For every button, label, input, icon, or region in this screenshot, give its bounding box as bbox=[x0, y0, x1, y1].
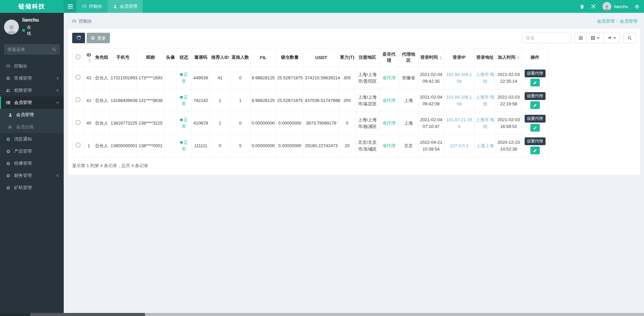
export-dropdown-button[interactable] bbox=[603, 33, 620, 43]
pagination-info: 显示第 1 到第 4 条记录，总共 4 条记录 bbox=[72, 163, 636, 169]
cell-action: 设置代理 bbox=[522, 67, 549, 89]
cell-check bbox=[72, 135, 84, 157]
table-search-input[interactable] bbox=[522, 33, 571, 43]
select-all-checkbox[interactable] bbox=[76, 55, 80, 59]
gear-icon[interactable]: ⚙ bbox=[635, 4, 639, 9]
set-agent-button[interactable]: 设置代理 bbox=[525, 137, 546, 145]
set-agent-button[interactable]: 设置代理 bbox=[525, 70, 546, 77]
search-button[interactable] bbox=[623, 33, 636, 43]
cell-fil: 0.00000000 bbox=[251, 135, 276, 157]
login_ip-link[interactable]: 101.87.21.194 bbox=[446, 117, 472, 129]
col-header-login_time[interactable]: 登录时间 bbox=[418, 48, 444, 67]
sidebar-item-miner[interactable]: 矿机管理 bbox=[0, 182, 64, 194]
cell-join_time: 2021-02-03 22:35:14 bbox=[496, 67, 522, 89]
edit-button[interactable] bbox=[530, 124, 540, 132]
breadcrumb: 控制台 会员管理/会员管理 bbox=[64, 13, 644, 29]
users-icon bbox=[5, 88, 11, 93]
pencil-icon bbox=[530, 81, 540, 85]
users-icon bbox=[7, 125, 13, 129]
topnav-tab-label: 会员管理 bbox=[120, 3, 137, 9]
col-header-fil: FIL bbox=[251, 48, 276, 67]
login_addr-link[interactable]: 上海市 电信 bbox=[476, 72, 495, 84]
list-icon bbox=[5, 100, 11, 105]
sidebar-search-input[interactable] bbox=[4, 44, 49, 55]
user-menu[interactable]: lianchu bbox=[603, 2, 628, 11]
cell-status: 正常 bbox=[176, 89, 192, 112]
edit-button[interactable] bbox=[530, 147, 540, 154]
cell-nick: 138****3225 bbox=[137, 112, 165, 135]
cell-direct: 0 bbox=[230, 112, 251, 135]
refresh-button[interactable] bbox=[72, 33, 85, 43]
sidebar-item-members[interactable]: 会员管理 bbox=[0, 97, 64, 109]
cell-action: 设置代理 bbox=[522, 89, 549, 112]
breadcrumb-current-link[interactable]: 会员管理 bbox=[620, 19, 637, 24]
search-icon bbox=[627, 36, 632, 40]
sidebar-item-dashboard[interactable]: 控制台 bbox=[0, 60, 64, 72]
edit-button[interactable] bbox=[530, 79, 540, 86]
dashboard-icon bbox=[72, 19, 77, 24]
sidebar-subitem-member-group[interactable]: 会员分组 bbox=[0, 121, 64, 133]
cell-reg_area: 北京/北京市/东城区 bbox=[356, 135, 379, 157]
col-header-avatar: 头像 bbox=[165, 48, 176, 67]
cell-login_time: 2021-02-04 09:42:35 bbox=[418, 67, 444, 89]
topnav-tab-members[interactable]: 会员管理 bbox=[108, 0, 143, 13]
sidebar-item-notice[interactable]: 消息通知 bbox=[0, 133, 64, 145]
dashboard-icon bbox=[82, 4, 87, 9]
login_addr-link[interactable]: 上海上海 bbox=[476, 143, 494, 148]
edit-button[interactable] bbox=[530, 101, 540, 109]
col-header-role: 角色组 bbox=[94, 48, 110, 67]
row-checkbox[interactable] bbox=[76, 75, 80, 79]
col-header-phone: 手机号 bbox=[110, 48, 137, 67]
fullscreen-icon[interactable] bbox=[591, 4, 596, 9]
cell-check bbox=[72, 89, 84, 112]
row-checkbox[interactable] bbox=[76, 143, 80, 147]
cell-id: 41 bbox=[84, 89, 94, 112]
chevron-left-icon bbox=[56, 89, 59, 92]
cell-login_time: 2021-02-04 07:10:47 bbox=[418, 112, 444, 135]
cell-check bbox=[72, 67, 84, 89]
row-checkbox[interactable] bbox=[76, 120, 80, 125]
cell-reg_area: 上海/上海市/嘉定区 bbox=[356, 89, 379, 112]
scrollbar-thumb[interactable] bbox=[30, 313, 145, 316]
sidebar-item-finance[interactable]: 财务管理 bbox=[0, 169, 64, 182]
set-agent-button[interactable]: 设置代理 bbox=[525, 92, 546, 100]
login_addr-link[interactable]: 上海市 电信 bbox=[476, 95, 495, 106]
more-button[interactable]: ⚙ 更多 bbox=[87, 33, 110, 43]
cell-nick: 131****9638 bbox=[137, 89, 165, 112]
sidebar-toggle-button[interactable] bbox=[64, 0, 77, 13]
trash-icon[interactable] bbox=[580, 4, 584, 9]
sidebar-item-permission[interactable]: 权限管理 bbox=[0, 84, 64, 97]
sidebar-item-carousel[interactable]: 轮播管理 bbox=[0, 157, 64, 169]
login_ip-link[interactable]: 127.0.0.1 bbox=[450, 143, 468, 148]
gears-icon: ⚙ bbox=[5, 76, 11, 81]
breadcrumb-parent-link[interactable]: 会员管理 bbox=[597, 19, 614, 24]
sidebar-search bbox=[4, 44, 60, 55]
cell-is_agent: 省代理 bbox=[379, 135, 399, 157]
cell-ref_id: 1 bbox=[210, 89, 230, 112]
table-header-row: ID角色组手机号昵称头像状态邀请码推荐人ID直推人数FIL锁仓数量USDT算力(… bbox=[72, 48, 549, 67]
cell-avatar bbox=[165, 112, 176, 135]
sidebar-item-product[interactable]: 产品管理 bbox=[0, 145, 64, 157]
row-checkbox[interactable] bbox=[76, 98, 80, 102]
col-header-id[interactable]: ID bbox=[84, 48, 94, 67]
detail-view-button[interactable] bbox=[575, 33, 587, 43]
cell-avatar bbox=[165, 67, 176, 89]
sidebar-search-button[interactable] bbox=[49, 47, 60, 52]
topnav-tab-dashboard[interactable]: 控制台 bbox=[77, 0, 108, 13]
status-badge: 正常 bbox=[178, 71, 190, 84]
more-button-label: 更多 bbox=[97, 35, 106, 41]
cell-ref_id: 41 bbox=[210, 67, 230, 89]
columns-dropdown-button[interactable] bbox=[587, 33, 603, 43]
circle-icon bbox=[5, 162, 11, 165]
login_ip-link[interactable]: 101.84.106.158 bbox=[446, 72, 472, 84]
sidebar-submenu: 会员管理会员分组 bbox=[0, 109, 64, 133]
login_addr-link[interactable]: 上海市 电信 bbox=[476, 117, 495, 129]
sort-icon bbox=[88, 59, 91, 62]
sidebar-subitem-member-manage[interactable]: 会员管理 bbox=[0, 109, 64, 121]
cell-usdt: 374215.59639214 bbox=[304, 67, 339, 89]
sidebar-item-general[interactable]: ⚙常规管理 bbox=[0, 72, 64, 84]
cell-role: 合伙人 bbox=[94, 89, 110, 112]
set-agent-button[interactable]: 设置代理 bbox=[525, 115, 546, 123]
login_ip-link[interactable]: 101.84.106.158 bbox=[446, 95, 472, 106]
col-header-join_time[interactable]: 加入时间 bbox=[496, 48, 522, 67]
